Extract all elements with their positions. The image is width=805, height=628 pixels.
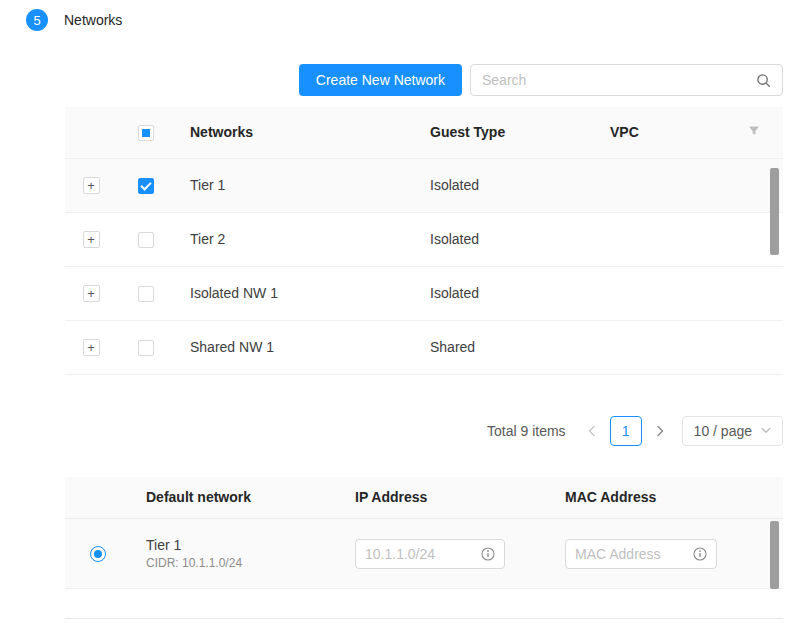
expand-column-header	[65, 107, 117, 158]
guest-type-cell: Shared	[414, 320, 594, 374]
step-number-badge: 5	[26, 9, 48, 31]
mac-address-cell	[549, 519, 783, 589]
search-icon[interactable]	[756, 73, 771, 88]
expand-cell: +	[65, 320, 117, 374]
select-all-column-header	[117, 107, 174, 158]
pagination-prev-button[interactable]	[582, 416, 602, 446]
column-header-mac-address: MAC Address	[549, 477, 783, 519]
vpc-cell	[594, 158, 724, 212]
row-actions-cell	[724, 320, 783, 374]
pagination-next-button[interactable]	[650, 416, 670, 446]
default-network-cidr: CIDR: 10.1.1.0/24	[146, 556, 323, 570]
column-header-vpc: VPC	[594, 107, 724, 158]
filter-column-header	[724, 107, 783, 158]
network-wizard-step: 5 Networks Create New Network	[0, 0, 805, 628]
page-size-value: 10 / page	[694, 423, 752, 439]
checkbox-cell	[117, 320, 174, 374]
radio-column-header	[65, 477, 130, 519]
default-network-name-cell: Tier 1 CIDR: 10.1.1.0/24	[130, 519, 339, 589]
checkbox-cell	[117, 212, 174, 266]
row-actions-cell	[724, 266, 783, 320]
column-header-ip-address: IP Address	[339, 477, 549, 519]
default-network-table-body: Tier 1 CIDR: 10.1.1.0/24	[65, 519, 783, 589]
expand-row-button[interactable]: +	[83, 231, 100, 248]
chevron-down-icon	[761, 427, 771, 434]
vpc-cell	[594, 266, 724, 320]
vpc-cell	[594, 212, 724, 266]
step-title: Networks	[64, 12, 122, 28]
expand-cell: +	[65, 158, 117, 212]
mac-address-input[interactable]	[575, 546, 693, 562]
guest-type-cell: Isolated	[414, 266, 594, 320]
search-input[interactable]	[482, 72, 756, 88]
checkbox-cell	[117, 158, 174, 212]
bottom-divider	[65, 618, 783, 619]
row-checkbox[interactable]	[138, 178, 154, 194]
expand-cell: +	[65, 266, 117, 320]
radio-cell	[65, 519, 130, 589]
info-icon[interactable]	[693, 547, 707, 561]
network-name-cell: Isolated NW 1	[174, 266, 414, 320]
table-row[interactable]: + Shared NW 1 Shared	[65, 320, 783, 374]
network-name-cell: Tier 1	[174, 158, 414, 212]
ip-address-input[interactable]	[365, 546, 481, 562]
select-all-checkbox[interactable]	[138, 125, 154, 141]
page-size-select[interactable]: 10 / page	[682, 416, 783, 446]
expand-cell: +	[65, 212, 117, 266]
mac-address-field	[565, 539, 717, 569]
network-name-cell: Tier 2	[174, 212, 414, 266]
toolbar: Create New Network	[65, 64, 783, 96]
column-header-guest-type: Guest Type	[414, 107, 594, 158]
create-new-network-button[interactable]: Create New Network	[299, 64, 462, 96]
filter-icon[interactable]	[748, 125, 760, 137]
pagination-total: Total 9 items	[487, 423, 566, 439]
expand-row-button[interactable]: +	[83, 177, 100, 194]
row-checkbox[interactable]	[138, 286, 154, 302]
guest-type-cell: Isolated	[414, 212, 594, 266]
row-checkbox[interactable]	[138, 232, 154, 248]
column-header-networks: Networks	[174, 107, 414, 158]
step-content: Create New Network	[65, 64, 783, 619]
ip-address-field	[355, 539, 505, 569]
networks-table-header-row: Networks Guest Type VPC	[65, 107, 783, 158]
default-network-header-row: Default network IP Address MAC Address	[65, 477, 783, 519]
info-icon[interactable]	[481, 547, 495, 561]
networks-table-scrollbar[interactable]	[770, 168, 779, 255]
default-network-table-scrollbar[interactable]	[770, 521, 779, 589]
vpc-cell	[594, 320, 724, 374]
network-name-cell: Shared NW 1	[174, 320, 414, 374]
default-network-table: Default network IP Address MAC Address T…	[65, 477, 783, 590]
checkbox-cell	[117, 266, 174, 320]
ip-address-cell	[339, 519, 549, 589]
step-header: 5 Networks	[26, 9, 122, 31]
table-row[interactable]: + Tier 2 Isolated	[65, 212, 783, 266]
table-row[interactable]: + Tier 1 Isolated	[65, 158, 783, 212]
table-row[interactable]: + Isolated NW 1 Isolated	[65, 266, 783, 320]
pagination-page-1[interactable]: 1	[610, 416, 642, 446]
default-network-name: Tier 1	[146, 537, 323, 553]
row-checkbox[interactable]	[138, 340, 154, 356]
pagination: Total 9 items 1 10 / page	[65, 415, 783, 447]
search-box	[470, 64, 783, 96]
expand-row-button[interactable]: +	[83, 339, 100, 356]
column-header-default-network: Default network	[130, 477, 339, 519]
default-network-radio[interactable]	[90, 546, 106, 562]
networks-table: Networks Guest Type VPC	[65, 107, 783, 375]
expand-row-button[interactable]: +	[83, 285, 100, 302]
networks-table-body: + Tier 1 Isolated	[65, 158, 783, 374]
guest-type-cell: Isolated	[414, 158, 594, 212]
default-network-row[interactable]: Tier 1 CIDR: 10.1.1.0/24	[65, 519, 783, 589]
